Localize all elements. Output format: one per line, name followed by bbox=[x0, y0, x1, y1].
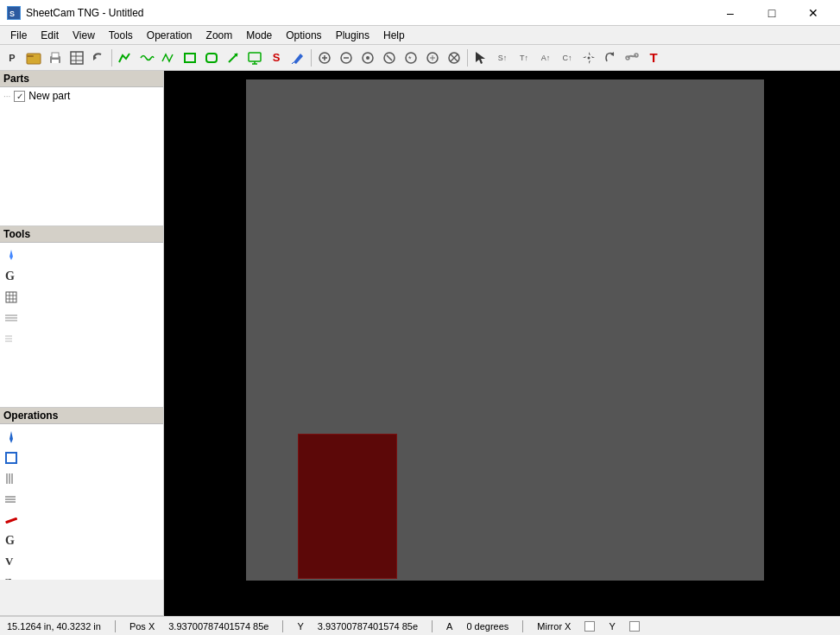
tb-select-button[interactable] bbox=[471, 48, 491, 68]
status-pos-y-label: Y bbox=[297, 621, 303, 632]
svg-marker-41 bbox=[590, 56, 595, 58]
part-item-new[interactable]: ··· New part bbox=[0, 87, 163, 105]
menu-view[interactable]: View bbox=[66, 26, 102, 44]
svg-rect-7 bbox=[71, 52, 83, 64]
op-Z-icon: Z bbox=[5, 577, 11, 580]
status-pos-x-label: Pos X bbox=[129, 621, 155, 632]
part-checkbox-new[interactable] bbox=[14, 91, 25, 102]
tb-table-button[interactable] bbox=[66, 48, 87, 68]
svg-rect-3 bbox=[27, 55, 34, 57]
tb-zoom-star-button[interactable]: * bbox=[401, 48, 421, 68]
svg-rect-12 bbox=[185, 54, 195, 62]
svg-point-42 bbox=[588, 56, 591, 59]
canvas-area[interactable] bbox=[164, 71, 840, 616]
tb-undo-button[interactable] bbox=[88, 48, 109, 68]
statusbar: 15.1264 in, 40.3232 in Pos X 3.937007874… bbox=[0, 616, 840, 635]
maximize-button[interactable]: □ bbox=[752, 0, 792, 26]
menu-operation[interactable]: Operation bbox=[140, 26, 199, 44]
status-position: 15.1264 in, 40.3232 in bbox=[7, 621, 101, 632]
status-pos-x-value: 3.93700787401574 85e bbox=[168, 621, 268, 632]
tb-s-arrow-button[interactable]: S↑ bbox=[492, 48, 513, 68]
svg-marker-37 bbox=[476, 52, 485, 64]
svg-text:S: S bbox=[9, 10, 15, 18]
minimize-button[interactable]: – bbox=[711, 0, 750, 26]
op-entry-6[interactable]: G bbox=[3, 531, 160, 550]
tb-t-arrow-button[interactable]: T↑ bbox=[514, 48, 534, 68]
menu-help[interactable]: Help bbox=[376, 26, 412, 44]
tool-entry-2[interactable]: G bbox=[3, 267, 160, 286]
svg-line-19 bbox=[292, 62, 294, 64]
op-drill-icon bbox=[5, 431, 17, 443]
tb-rotate-button[interactable] bbox=[600, 48, 621, 68]
tool-entry-4[interactable] bbox=[3, 308, 160, 327]
toolbar: P S bbox=[0, 45, 840, 71]
tb-c-arrow-button[interactable]: C↑ bbox=[557, 48, 578, 68]
tb-chain-button[interactable] bbox=[622, 48, 642, 68]
app-title: SheetCam TNG - Untitled bbox=[26, 7, 144, 19]
status-sep-4 bbox=[522, 620, 523, 632]
tb-print-button[interactable] bbox=[45, 48, 66, 68]
menu-options[interactable]: Options bbox=[279, 26, 328, 44]
close-button[interactable]: ✕ bbox=[793, 0, 833, 26]
tb-move-button[interactable] bbox=[578, 48, 599, 68]
menu-zoom[interactable]: Zoom bbox=[199, 26, 240, 44]
tb-zoom-cancel-button[interactable] bbox=[379, 48, 400, 68]
tb-T-red-button[interactable]: T bbox=[643, 48, 664, 68]
svg-marker-43 bbox=[610, 52, 614, 56]
tb-monitor-button[interactable] bbox=[244, 48, 265, 68]
canvas-viewport bbox=[246, 79, 764, 581]
tb-zigzag-button[interactable] bbox=[158, 48, 179, 68]
left-panel: Parts ··· New part Tools bbox=[0, 71, 164, 616]
tb-pen-button[interactable] bbox=[287, 48, 308, 68]
menu-mode[interactable]: Mode bbox=[239, 26, 279, 44]
op-G-icon: G bbox=[5, 534, 15, 548]
menu-plugins[interactable]: Plugins bbox=[329, 26, 376, 44]
op-h-lines-icon bbox=[5, 494, 16, 505]
tool-entry-5[interactable] bbox=[3, 329, 160, 348]
op-entry-2[interactable] bbox=[3, 448, 160, 467]
tb-zoom-out-button[interactable] bbox=[336, 48, 357, 68]
part-label-new: New part bbox=[28, 90, 70, 102]
toolbar-separator-1 bbox=[111, 49, 112, 67]
tools-header: Tools bbox=[0, 226, 163, 243]
status-sep-2 bbox=[282, 620, 283, 632]
op-entry-3[interactable] bbox=[3, 469, 160, 488]
status-pos-y-value: 3.93700787401574 85e bbox=[318, 621, 418, 632]
parts-section: Parts ··· New part bbox=[0, 71, 163, 226]
status-angle-value: 0 degrees bbox=[466, 621, 508, 632]
tb-s-button[interactable]: S bbox=[266, 48, 287, 68]
svg-rect-66 bbox=[5, 518, 17, 524]
op-entry-4[interactable] bbox=[3, 490, 160, 509]
tb-arrow-button[interactable] bbox=[223, 48, 243, 68]
op-entry-1[interactable] bbox=[3, 428, 160, 447]
tb-rect-button[interactable] bbox=[180, 48, 200, 68]
tb-wave-button[interactable] bbox=[136, 48, 157, 68]
tb-zoom-x-button[interactable] bbox=[444, 48, 464, 68]
op-entry-5[interactable] bbox=[3, 511, 160, 530]
tool-icon-1 bbox=[5, 250, 17, 262]
svg-text:*: * bbox=[408, 54, 412, 63]
menu-file[interactable]: File bbox=[3, 26, 34, 44]
op-entry-7[interactable]: V bbox=[3, 552, 160, 571]
mirror-y-checkbox[interactable] bbox=[629, 621, 640, 632]
tool-entry-1[interactable] bbox=[3, 246, 160, 265]
svg-rect-2 bbox=[27, 54, 41, 64]
tb-contour-button[interactable] bbox=[115, 48, 136, 68]
tb-open-button[interactable] bbox=[23, 48, 44, 68]
tb-zoom-grid-button[interactable] bbox=[422, 48, 443, 68]
mirror-x-checkbox[interactable] bbox=[584, 621, 595, 632]
op-entry-8[interactable]: Z bbox=[3, 573, 160, 580]
svg-rect-47 bbox=[6, 292, 16, 302]
tool-grid-icon bbox=[5, 291, 17, 303]
tb-zoom-in-button[interactable] bbox=[314, 48, 335, 68]
operations-header: Operations bbox=[0, 408, 163, 424]
menu-edit[interactable]: Edit bbox=[34, 26, 66, 44]
tb-new-button[interactable]: P bbox=[2, 48, 22, 68]
tb-a-arrow-button[interactable]: A↑ bbox=[535, 48, 556, 68]
op-vert-lines-icon bbox=[5, 473, 16, 484]
tb-roundrect-button[interactable] bbox=[201, 48, 222, 68]
menu-tools[interactable]: Tools bbox=[102, 26, 140, 44]
tb-zoom-circle-button[interactable] bbox=[357, 48, 378, 68]
svg-rect-59 bbox=[6, 453, 16, 463]
tool-entry-3[interactable] bbox=[3, 288, 160, 307]
